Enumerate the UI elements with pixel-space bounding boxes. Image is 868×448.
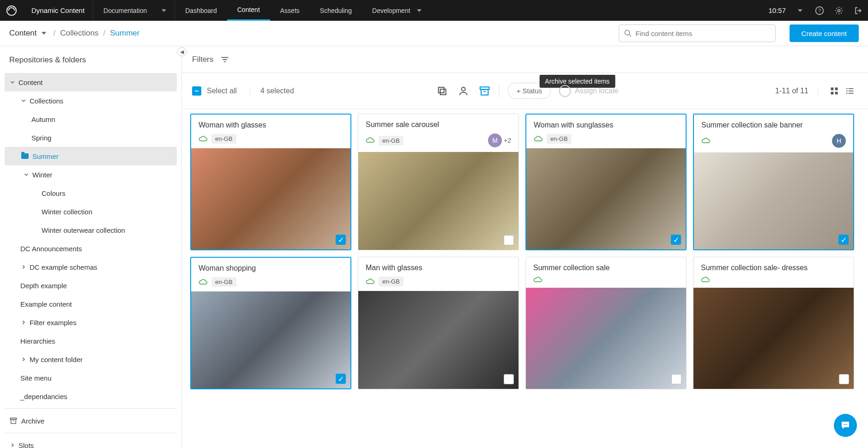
select-all-checkbox[interactable]: –: [192, 86, 201, 96]
card-checkbox[interactable]: ✓: [838, 235, 849, 245]
sidebar-item-archive[interactable]: Archive: [5, 412, 177, 430]
locale-badge: en-GB: [379, 277, 404, 286]
card-checkbox[interactable]: [504, 235, 514, 245]
sidebar-label: Summer: [32, 152, 59, 160]
copy-button[interactable]: [432, 80, 453, 102]
grid-view-button[interactable]: [826, 83, 842, 99]
cloud-icon: [533, 277, 542, 283]
sidebar-label: DC Announcements: [20, 245, 82, 253]
sidebar-item-colours[interactable]: Colours: [5, 184, 177, 202]
sidebar-item-example-content[interactable]: Example content: [5, 295, 177, 313]
folder-icon: [21, 153, 29, 159]
assign-locale-label: Assign locale: [575, 87, 618, 95]
collapse-sidebar-button[interactable]: ◀: [177, 47, 187, 56]
nav-scheduling-label: Scheduling: [320, 7, 352, 14]
select-all-label[interactable]: Select all: [207, 87, 237, 95]
assign-user-button[interactable]: [453, 80, 474, 102]
sidebar-item-winter-outerwear[interactable]: Winter outerwear collection: [5, 221, 177, 239]
cards-grid: ▾ Woman with glasses en-GB ✓ Summer sale…: [182, 109, 868, 448]
nav-content-label: Content: [237, 6, 260, 13]
chat-fab[interactable]: [834, 414, 857, 437]
nav-assets[interactable]: Assets: [270, 0, 310, 21]
nav-development[interactable]: Development: [362, 0, 430, 21]
nav-assets-label: Assets: [280, 7, 300, 14]
content-card[interactable]: Summer collection sale- dresses: [693, 257, 854, 389]
sidebar-label: DC example schemas: [30, 263, 97, 271]
content-card[interactable]: Man with glasses en-GB: [358, 257, 519, 389]
sidebar-item-winter-collection[interactable]: Winter collection: [5, 202, 177, 221]
sidebar-item-my-content-folder[interactable]: My content folder: [5, 350, 177, 369]
svg-rect-20: [831, 91, 834, 94]
chevron-down-icon: [20, 97, 27, 104]
card-checkbox[interactable]: [671, 374, 681, 384]
breadcrumb-collections[interactable]: Collections: [60, 29, 98, 38]
nav-dashboard-label: Dashboard: [185, 7, 217, 14]
svg-point-29: [845, 424, 846, 425]
nav-content[interactable]: Content: [227, 0, 270, 21]
sidebar-item-depth-example[interactable]: Depth example: [5, 276, 177, 295]
sidebar-item-dc-example-schemas[interactable]: DC example schemas: [5, 258, 177, 276]
archive-button[interactable]: [474, 80, 495, 102]
sidebar-label: Hierarchies: [20, 337, 55, 345]
sidebar-item-hierarchies[interactable]: Hierarchies: [5, 332, 177, 350]
search-input-wrap[interactable]: [619, 24, 776, 42]
sidebar-label: Example content: [20, 300, 72, 308]
create-content-button[interactable]: Create content: [790, 24, 859, 42]
svg-point-30: [846, 424, 847, 425]
search-input[interactable]: [636, 30, 771, 37]
sidebar-item-slots[interactable]: Slots: [5, 436, 177, 448]
sidebar-item-summer[interactable]: Summer: [5, 147, 177, 165]
list-view-button[interactable]: [842, 83, 858, 99]
card-checkbox[interactable]: [504, 374, 514, 384]
nav-documentation[interactable]: Documentation: [93, 0, 175, 21]
card-checkbox[interactable]: [839, 374, 849, 384]
card-checkbox[interactable]: ✓: [336, 235, 346, 245]
content-card[interactable]: Woman shopping en-GB ✓: [190, 257, 351, 389]
breadcrumb-summer[interactable]: Summer: [110, 29, 139, 38]
chevron-down-icon: [162, 9, 166, 12]
sidebar-item-autumn[interactable]: Autumn: [5, 110, 177, 128]
content-card[interactable]: Summer collection sale: [525, 257, 687, 389]
settings-button[interactable]: [829, 6, 849, 15]
breadcrumb-bar: Content / Collections / Summer Create co…: [0, 21, 868, 46]
content-card[interactable]: Summer sale carousel en-GB M +2: [358, 114, 519, 250]
sidebar-item-spring[interactable]: Spring: [5, 128, 177, 147]
chevron-down-icon: [798, 9, 802, 12]
sidebar-label: Content: [18, 79, 43, 86]
locale-badge: en-GB: [379, 136, 404, 145]
nav-scheduling[interactable]: Scheduling: [310, 0, 362, 21]
content-area: Filters – Select all 4 selected Archive …: [182, 46, 868, 448]
sidebar-item-filter-examples[interactable]: Filter examples: [5, 313, 177, 332]
sidebar-item-winter[interactable]: Winter: [5, 165, 177, 184]
content-card[interactable]: Summer collection sale banner H ✓: [693, 114, 854, 250]
content-card[interactable]: Woman with glasses en-GB ✓: [190, 114, 351, 250]
svg-rect-21: [835, 91, 838, 94]
sidebar-item-site-menu[interactable]: Site menu: [5, 369, 177, 387]
time-dropdown[interactable]: [790, 9, 810, 12]
sidebar-item-collections[interactable]: Collections: [5, 91, 177, 110]
chevron-right-icon: [20, 264, 27, 270]
card-checkbox[interactable]: ✓: [336, 374, 346, 384]
sidebar-item-content[interactable]: Content: [5, 73, 177, 91]
card-image: [358, 291, 518, 389]
card-title: Summer collection sale: [533, 264, 679, 272]
avatar: M: [488, 133, 502, 147]
sidebar-label: Slots: [18, 442, 34, 448]
sidebar-item-dc-announcements[interactable]: DC Announcements: [5, 239, 177, 258]
card-image: [191, 291, 350, 388]
breadcrumb-root[interactable]: Content: [9, 29, 46, 38]
sidebar-item-dependancies[interactable]: _dependancies: [5, 387, 177, 406]
sidebar-label: Filter examples: [30, 319, 77, 327]
card-title: Summer sale carousel: [366, 121, 511, 129]
svg-rect-13: [439, 87, 444, 93]
filter-button[interactable]: [220, 54, 230, 65]
nav-dashboard[interactable]: Dashboard: [175, 0, 227, 21]
card-checkbox[interactable]: ✓: [671, 235, 681, 245]
logout-button[interactable]: [849, 6, 868, 15]
app-logo[interactable]: [0, 6, 23, 16]
cloud-icon: [534, 136, 543, 142]
help-button[interactable]: ?: [810, 6, 829, 15]
svg-point-27: [846, 92, 848, 94]
card-image: [694, 152, 853, 249]
content-card[interactable]: Woman with sunglasses en-GB ✓: [525, 114, 687, 250]
